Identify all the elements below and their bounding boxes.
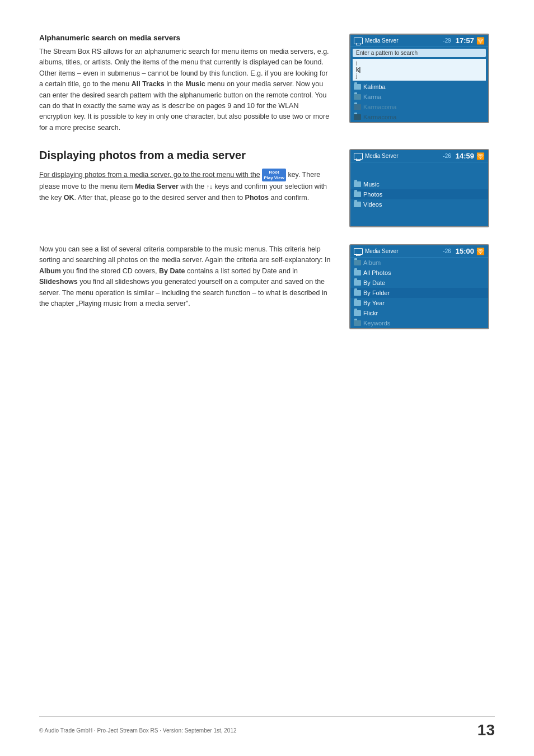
screen-mockup-1: Media Server -29 17:57 🛜 Enter a pattern… (349, 34, 489, 123)
screen-item-bydate: By Date (350, 278, 488, 288)
section-criteria-screen: Media Server -26 15:00 🛜 Album All Photo… (349, 244, 495, 329)
screen-time-1: 17:57 (456, 36, 474, 45)
section-criteria-text: Now you can see a list of several criter… (39, 244, 332, 329)
screen-item-byyear: By Year (350, 298, 488, 308)
section-photos: Displaying photos from a media server Fo… (39, 149, 495, 227)
screen-input-area: i k| j (353, 59, 486, 81)
wifi-icon-2: 🛜 (476, 152, 485, 160)
screen-monitor-icon-1 (354, 38, 363, 44)
screen-title-2: Media Server (365, 153, 438, 159)
section-photos-text: Displaying photos from a media server Fo… (39, 149, 332, 227)
screen-search-bar: Enter a pattern to search (353, 49, 486, 57)
folder-icon (354, 290, 361, 296)
page-footer: © Audio Trade GmbH · Pro-Ject Stream Box… (39, 716, 495, 739)
folder-icon (354, 320, 361, 326)
screen-title-3: Media Server (365, 248, 438, 254)
screen-item-karmacoma2: Karmacoma (350, 112, 488, 122)
screen-item-music: Music (350, 179, 488, 189)
screen-item-karma: Karma (350, 92, 488, 102)
folder-icon (354, 270, 361, 276)
section-alphanumeric-para: The Stream Box RS allows for an alphanum… (39, 46, 332, 133)
page-number: 13 (477, 721, 495, 739)
folder-icon (354, 310, 361, 316)
folder-icon (354, 114, 361, 120)
section-alphanumeric: Alphanumeric search on media servers The… (39, 34, 495, 138)
screen-header-3: Media Server -26 15:00 🛜 (350, 245, 488, 258)
folder-icon (354, 181, 361, 187)
wifi-icon-1: 🛜 (476, 37, 485, 45)
screen-body-1: Enter a pattern to search i k| j Kalimba… (350, 49, 488, 122)
screen-item-videos: Videos (350, 199, 488, 209)
section-photos-para: For displaying photos from a media serve… (39, 169, 332, 203)
footer-copyright: © Audio Trade GmbH · Pro-Ject Stream Box… (39, 727, 237, 734)
screen-signal-3: -26 (443, 248, 451, 254)
folder-icon (354, 94, 361, 100)
screen-item-keywords: Keywords (350, 318, 488, 328)
screen-signal-2: -26 (443, 153, 451, 159)
screen-item-byfolder: By Folder (350, 288, 488, 298)
screen-item-allphotos: All Photos (350, 268, 488, 278)
screen-item-flickr: Flickr (350, 308, 488, 318)
folder-icon (354, 280, 361, 286)
root-play-button-img: RootPlay View (262, 169, 286, 181)
folder-icon (354, 192, 361, 197)
folder-icon (354, 104, 361, 110)
section-photos-title: Displaying photos from a media server (39, 149, 332, 162)
screen-mockup-3: Media Server -26 15:00 🛜 Album All Photo… (349, 244, 489, 329)
screen-item-karmacoma1: Karmacoma (350, 102, 488, 112)
screen-header-1: Media Server -29 17:57 🛜 (350, 35, 488, 47)
folder-icon (354, 300, 361, 306)
section-criteria: Now you can see a list of several criter… (39, 244, 495, 329)
screen-title-1: Media Server (365, 38, 438, 44)
screen-body-3: Album All Photos By Date By Folder (350, 258, 488, 328)
screen-item-photos: Photos (350, 189, 488, 199)
screen-monitor-icon-2 (354, 153, 363, 160)
screen-monitor-icon-3 (354, 248, 363, 255)
section-photos-screen: Media Server -26 14:59 🛜 Music Photos (349, 149, 495, 227)
screen-header-2: Media Server -26 14:59 🛜 (350, 150, 488, 162)
section-alphanumeric-text: Alphanumeric search on media servers The… (39, 34, 332, 138)
section-alphanumeric-title: Alphanumeric search on media servers (39, 34, 332, 42)
screen-signal-1: -29 (443, 38, 451, 44)
folder-icon (354, 260, 361, 265)
screen-time-3: 15:00 (456, 247, 474, 255)
screen-item-album: Album (350, 258, 488, 268)
screen-mockup-2: Media Server -26 14:59 🛜 Music Photos (349, 149, 489, 227)
section-alphanumeric-screen: Media Server -29 17:57 🛜 Enter a pattern… (349, 34, 495, 138)
section-criteria-para: Now you can see a list of several criter… (39, 244, 332, 309)
screen-time-2: 14:59 (456, 152, 474, 160)
folder-icon (354, 84, 361, 90)
folder-icon (354, 202, 361, 207)
screen-item-kalimba: Kalimba (350, 82, 488, 92)
wifi-icon-3: 🛜 (476, 248, 485, 255)
screen-body-2: Music Photos Videos (350, 162, 488, 226)
